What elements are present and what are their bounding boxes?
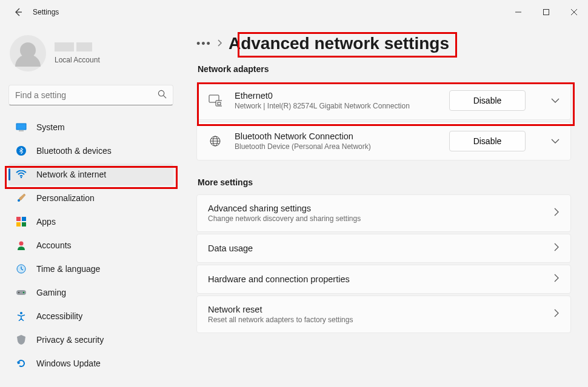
close-icon (571, 9, 577, 15)
setting-row-networkreset[interactable]: Network reset Reset all network adapters… (196, 296, 571, 333)
maximize-icon (543, 9, 549, 15)
svg-rect-0 (544, 10, 549, 15)
titlebar: Settings (0, 0, 588, 24)
minimize-icon (515, 9, 521, 15)
apps-icon (16, 216, 27, 227)
nav-list: System Bluetooth & devices Network & int… (8, 116, 173, 374)
svg-rect-10 (16, 222, 21, 227)
page-title: Advanced network settings (229, 34, 449, 53)
sidebar-item-system[interactable]: System (8, 116, 173, 138)
search-input[interactable] (15, 90, 158, 100)
chevron-right-icon (554, 208, 560, 219)
close-button[interactable] (560, 2, 588, 22)
minimize-button[interactable] (504, 2, 532, 22)
adapter-name: Bluetooth Network Connection (235, 131, 437, 141)
avatar-body-icon (15, 55, 41, 67)
avatar (10, 35, 46, 71)
chevron-right-icon (218, 39, 222, 48)
sidebar-item-apps[interactable]: Apps (8, 211, 173, 233)
sidebar-item-label: Accessibility (36, 311, 82, 321)
setting-label: Network reset (208, 305, 541, 314)
svg-point-17 (20, 312, 22, 314)
svg-point-16 (23, 292, 25, 294)
adapter-desc: Bluetooth Device (Personal Area Network) (235, 142, 437, 151)
window-controls (504, 2, 588, 22)
disable-button[interactable]: Disable (449, 131, 526, 151)
breadcrumb-overflow[interactable]: ••• (196, 35, 212, 53)
breadcrumb: ••• Advanced network settings (196, 34, 571, 53)
setting-row-sharing[interactable]: Advanced sharing settings Change network… (196, 194, 571, 232)
sidebar-item-time[interactable]: Time & language (8, 258, 173, 280)
adapter-name: Ethernet0 (235, 91, 437, 101)
setting-sub: Change network discovery and sharing set… (208, 214, 541, 223)
clock-icon (16, 263, 27, 274)
bluetooth-icon (16, 145, 27, 156)
more-heading: More settings (198, 177, 571, 187)
sidebar-item-accounts[interactable]: Accounts (8, 234, 173, 256)
sidebar-item-label: Accounts (36, 240, 72, 250)
maximize-button[interactable] (532, 2, 560, 22)
sidebar-item-label: Time & language (36, 264, 100, 274)
svg-point-6 (21, 177, 22, 179)
svg-rect-14 (16, 290, 26, 295)
gamepad-icon (16, 287, 27, 298)
adapter-desc: Network | Intel(R) 82574L Gigabit Networ… (235, 102, 437, 110)
sidebar-item-label: Apps (36, 217, 56, 227)
account-subtitle: Local Account (55, 56, 100, 64)
adapters-heading: Network adapters (198, 64, 571, 74)
svg-point-7 (18, 199, 20, 202)
sidebar-item-network[interactable]: Network & internet (8, 164, 173, 185)
globe-icon (208, 135, 222, 147)
more-list: Advanced sharing settings Change network… (196, 194, 571, 333)
sidebar-item-privacy[interactable]: Privacy & security (8, 329, 173, 351)
chevron-right-icon (554, 274, 560, 285)
sidebar-item-label: Network & internet (36, 170, 106, 179)
sidebar-item-windowsupdate[interactable]: Windows Update (8, 352, 173, 374)
paintbrush-icon (16, 193, 27, 203)
back-arrow-icon (13, 7, 23, 17)
account-block[interactable]: Local Account (8, 24, 173, 82)
disable-button[interactable]: Disable (449, 90, 526, 111)
setting-label: Data usage (208, 243, 541, 253)
chevron-down-icon[interactable] (551, 136, 560, 147)
svg-rect-11 (22, 222, 26, 227)
sidebar-item-bluetooth[interactable]: Bluetooth & devices (8, 140, 173, 162)
adapter-row-bluetooth[interactable]: Bluetooth Network Connection Bluetooth D… (196, 122, 571, 160)
person-icon (16, 240, 27, 251)
chevron-right-icon (554, 243, 560, 254)
ethernet-icon (208, 94, 222, 107)
svg-point-12 (19, 242, 24, 246)
sidebar-item-label: Personalization (36, 193, 95, 203)
sidebar: Local Account System Bluetooth & devices… (0, 24, 182, 387)
svg-rect-3 (17, 124, 26, 130)
svg-point-15 (18, 292, 20, 294)
sidebar-item-label: Gaming (36, 288, 66, 297)
setting-sub: Reset all network adapters to factory se… (208, 316, 541, 324)
accessibility-icon (16, 311, 27, 322)
setting-label: Hardware and connection properties (208, 274, 541, 284)
window-title: Settings (33, 8, 59, 16)
system-icon (16, 122, 27, 133)
sidebar-item-label: Bluetooth & devices (36, 146, 112, 156)
sidebar-item-label: System (36, 122, 65, 132)
sidebar-item-personalization[interactable]: Personalization (8, 187, 173, 209)
search-box[interactable] (8, 85, 173, 105)
setting-row-hardware[interactable]: Hardware and connection properties (196, 265, 571, 294)
content-area: ••• Advanced network settings Network ad… (182, 24, 588, 387)
shield-icon (16, 334, 27, 345)
adapters-list: Ethernet0 Network | Intel(R) 82574L Giga… (196, 81, 571, 160)
chevron-down-icon[interactable] (551, 95, 560, 106)
search-icon (158, 90, 167, 101)
sidebar-item-accessibility[interactable]: Accessibility (8, 305, 173, 327)
sidebar-item-gaming[interactable]: Gaming (8, 282, 173, 303)
adapter-row-ethernet0[interactable]: Ethernet0 Network | Intel(R) 82574L Giga… (196, 81, 571, 120)
back-button[interactable] (6, 0, 30, 24)
svg-rect-9 (22, 217, 26, 221)
setting-row-datausage[interactable]: Data usage (196, 234, 571, 263)
wifi-icon (16, 169, 27, 180)
sidebar-item-label: Windows Update (36, 359, 101, 368)
svg-rect-4 (19, 131, 24, 131)
account-name (55, 42, 100, 54)
svg-point-1 (158, 90, 164, 96)
setting-label: Advanced sharing settings (208, 203, 541, 213)
